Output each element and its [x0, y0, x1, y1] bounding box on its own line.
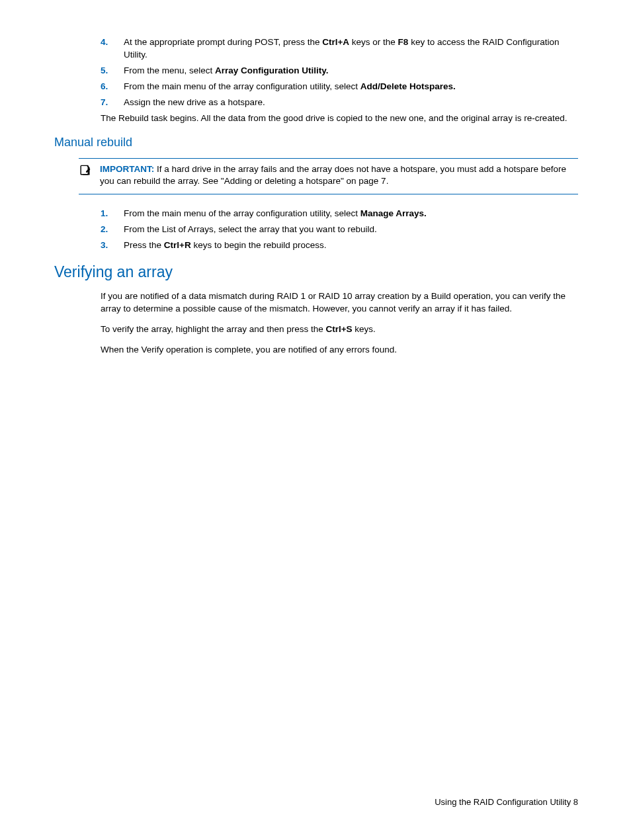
step-text: From the main menu of the array configur…	[124, 208, 427, 218]
step-2: 2. From the List of Arrays, select the a…	[101, 224, 578, 236]
step-4: 4. At the appropriate prompt during POST…	[101, 36, 578, 62]
step-number: 5.	[101, 65, 108, 77]
verifying-paragraph-2: To verify the array, highlight the array…	[101, 323, 578, 336]
step-number: 2.	[101, 224, 108, 236]
manual-rebuild-heading: Manual rebuild	[54, 134, 578, 151]
step-text: Assign the new drive as a hotspare.	[124, 97, 265, 107]
page-footer: Using the RAID Configuration Utility 8	[435, 796, 578, 808]
svg-rect-0	[81, 165, 88, 174]
step-1: 1. From the main menu of the array confi…	[101, 208, 578, 220]
step-text: At the appropriate prompt during POST, p…	[124, 37, 559, 60]
step-number: 6.	[101, 81, 108, 93]
step-5: 5. From the menu, select Array Configura…	[101, 65, 578, 77]
step-text: From the main menu of the array configur…	[124, 81, 456, 91]
step-7: 7. Assign the new drive as a hotspare.	[101, 97, 578, 109]
step-number: 1.	[101, 208, 108, 220]
step-number: 7.	[101, 97, 108, 109]
verifying-paragraph-3: When the Verify operation is complete, y…	[101, 344, 578, 357]
important-label: IMPORTANT:	[100, 164, 154, 174]
verifying-paragraph-1: If you are notified of a data mismatch d…	[101, 290, 578, 315]
step-text: Press the Ctrl+R keys to begin the rebui…	[124, 240, 327, 250]
step-number: 3.	[101, 239, 108, 252]
verifying-array-heading: Verifying an array	[54, 261, 578, 282]
note-icon	[79, 164, 92, 189]
step-text: From the menu, select Array Configuratio…	[124, 65, 329, 75]
step-text: From the List of Arrays, select the arra…	[124, 224, 377, 234]
manual-rebuild-steps: 1. From the main menu of the array confi…	[101, 208, 578, 252]
important-note: IMPORTANT: If a hard drive in the array …	[79, 158, 578, 195]
step-6: 6. From the main menu of the array confi…	[101, 81, 578, 93]
steps-continued: 4. At the appropriate prompt during POST…	[101, 36, 578, 108]
important-note-text: IMPORTANT: If a hard drive in the array …	[100, 163, 578, 189]
step-number: 4.	[101, 36, 108, 49]
rebuild-result-text: The Rebuild task begins. All the data fr…	[101, 112, 578, 125]
step-3: 3. Press the Ctrl+R keys to begin the re…	[101, 239, 578, 252]
